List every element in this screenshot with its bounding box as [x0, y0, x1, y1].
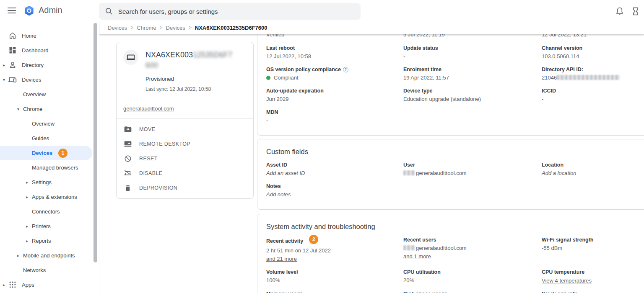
breadcrumb-separator: > [130, 25, 133, 31]
chevron-right-icon[interactable]: ▸ [3, 283, 5, 287]
chevron-right-icon[interactable]: ▸ [17, 253, 19, 258]
sidebar-item-chrome-devices[interactable]: Devices 1 [0, 146, 92, 160]
field-notes[interactable]: Notes Add notes [266, 183, 403, 198]
remote-desktop-icon [124, 140, 132, 148]
menu-icon[interactable] [8, 8, 16, 13]
laptop-icon [126, 53, 135, 62]
redacted-text [403, 170, 415, 175]
detail-column: Verified 5 Jul 2022, 11:19 12 Jul 2022, … [257, 28, 644, 293]
field-directory-api-id: Directory API ID: 21046 [542, 66, 644, 82]
chevron-right-icon[interactable]: ▸ [26, 224, 28, 229]
chevron-right-icon[interactable]: ▸ [26, 180, 28, 185]
main-content: Devices > Chrome > Devices > NXA6XEK0031… [99, 21, 644, 293]
chevron-down-icon[interactable]: ▾ [17, 107, 19, 111]
field-device-type: Device type Education upgrade (standalon… [403, 87, 542, 103]
search-icon [105, 7, 113, 15]
sidebar-item-home[interactable]: Home [0, 28, 99, 43]
sidebar-item-connectors[interactable]: Connectors [0, 204, 99, 219]
step-badge-1: 1 [58, 149, 68, 158]
deprovision-button[interactable]: DEPROVISION [117, 180, 253, 195]
reset-icon [124, 154, 132, 163]
sidebar-item-printers[interactable]: ▸ Printers [0, 219, 99, 234]
device-actions-list: MOVE REMOTE DESKTOP RESET [117, 118, 253, 198]
sidebar-item-directory[interactable]: ▸ Directory [0, 58, 99, 72]
disable-icon [124, 169, 132, 177]
sidebar-scrollbar[interactable] [93, 23, 97, 262]
breadcrumb-devices[interactable]: Devices [108, 25, 127, 31]
view-temperatures-link[interactable]: View 4 temperatures [542, 277, 592, 285]
sidebar-item-guides[interactable]: Guides [0, 131, 99, 146]
domain-link[interactable]: generalaudittool.com [123, 105, 174, 112]
apps-grid-icon [8, 280, 17, 289]
sidebar-item-chrome-overview[interactable]: Overview [0, 116, 99, 131]
field-location[interactable]: Location Add a location [542, 162, 644, 177]
move-button[interactable]: MOVE [117, 122, 253, 136]
field-mdn: MDN - [266, 109, 403, 124]
sidebar-item-reports[interactable]: ▸ Reports [0, 234, 99, 248]
field-cpu-utilisation: CPU utilisation 20% [403, 269, 542, 285]
sidebar-item-apps-extensions[interactable]: ▸ Apps & extensions [0, 190, 99, 204]
sidebar-item-managed-browsers[interactable]: Managed browsers [0, 160, 99, 175]
move-icon [124, 125, 132, 134]
field-asset-id[interactable]: Asset ID Add an asset ID [266, 162, 403, 177]
sidebar-item-networks[interactable]: Networks [0, 263, 99, 278]
sidebar-item-chrome[interactable]: ▾ Chrome [0, 102, 99, 116]
reset-button[interactable]: RESET [117, 151, 253, 166]
top-bar: Admin [0, 0, 644, 21]
field-recent-users: Recent users generalaudittool.com and 1 … [403, 236, 542, 263]
field-disk-space: Disk space usage 8% (17.24 GB / 225.66 G… [403, 290, 542, 293]
system-activity-card: System activity and troubleshooting Rece… [257, 214, 644, 293]
device-summary-card: NXA6XEK00312535D6F7600 Provisioned Last … [116, 42, 254, 199]
breadcrumb-current-serial: NXA6XEK00312535D6F7600 [195, 25, 267, 31]
help-icon[interactable]: ? [343, 67, 348, 72]
redacted-serial-part: 12535D6F7 [193, 51, 232, 59]
person-icon [8, 61, 17, 69]
field-recent-activity: Recent activity2 2 hr 51 min on 12 Jul 2… [266, 236, 403, 263]
redacted-text [403, 245, 415, 250]
chevron-right-icon[interactable]: ▸ [26, 195, 28, 199]
search-bar[interactable] [99, 3, 361, 20]
and-1-more-link[interactable]: and 1 more [403, 253, 431, 260]
disable-button[interactable]: DISABLE [117, 166, 253, 180]
device-avatar [123, 50, 138, 65]
devices-icon [8, 75, 17, 84]
step-badge-2: 2 [309, 235, 318, 244]
field-last-reboot: Last reboot 12 Jul 2022, 10:58 [266, 45, 403, 60]
sidebar-item-settings[interactable]: ▸ Settings [0, 175, 99, 190]
field-user: User generalaudittool.com [403, 162, 542, 177]
chevron-down-icon[interactable]: ▾ [3, 77, 5, 82]
remote-desktop-button[interactable]: REMOTE DESKTOP [117, 136, 253, 151]
breadcrumb-chrome[interactable]: Chrome [137, 25, 156, 31]
field-iccid: ICCID - [542, 87, 644, 103]
redacted-text [557, 75, 620, 80]
field-update-status: Update status - [403, 45, 542, 60]
search-input[interactable] [118, 8, 345, 15]
sidebar-item-devices[interactable]: ▾ Devices [0, 72, 99, 87]
sidebar-item-dashboard[interactable]: Dashboard [0, 43, 99, 58]
device-last-sync: Last sync: 12 Jul 2022, 10:58 [145, 86, 247, 92]
app-title: Admin [39, 5, 62, 15]
chevron-right-icon[interactable]: ▸ [26, 239, 28, 243]
sidebar-item-apps[interactable]: ▸ Apps [0, 278, 99, 292]
device-header: NXA6XEK00312535D6F7600 Provisioned Last … [117, 42, 253, 99]
field-cpu-temperature: CPU temperature View 4 temperatures [542, 269, 644, 285]
field-wifi-signal: Wi-Fi signal strength -55 dBm [542, 236, 644, 263]
notifications-bell-icon[interactable] [615, 6, 625, 16]
field-enrolment-time: Enrolment time 19 Apr 2022, 11:57 [403, 66, 542, 82]
and-21-more-link[interactable]: and 21 more [266, 255, 297, 263]
sidebar-nav: Home Dashboard ▸ Directory ▾ Devices Ove… [0, 21, 99, 293]
breadcrumb: Devices > Chrome > Devices > NXA6XEK0031… [99, 21, 644, 34]
sidebar-item-mobile-endpoints[interactable]: ▸ Mobile and endpoints [0, 248, 99, 263]
custom-fields-card: Custom fields Asset ID Add an asset ID U… [257, 139, 644, 210]
sidebar-item-devices-overview[interactable]: Overview [0, 87, 99, 102]
breadcrumb-separator: > [189, 25, 192, 31]
breadcrumb-chrome-devices[interactable]: Devices [166, 25, 185, 31]
breadcrumb-separator: > [160, 25, 163, 31]
field-auto-update-expiration: Auto-update expiration Jun 2029 [266, 87, 403, 103]
field-volume-level: Volume level 100% [266, 269, 403, 285]
hourglass-icon[interactable] [631, 6, 641, 16]
home-icon [8, 31, 17, 40]
chevron-right-icon[interactable]: ▸ [3, 63, 5, 67]
status-dot-green [266, 76, 270, 80]
field-os-compliance: OS version policy compliance? Compliant [266, 66, 403, 82]
